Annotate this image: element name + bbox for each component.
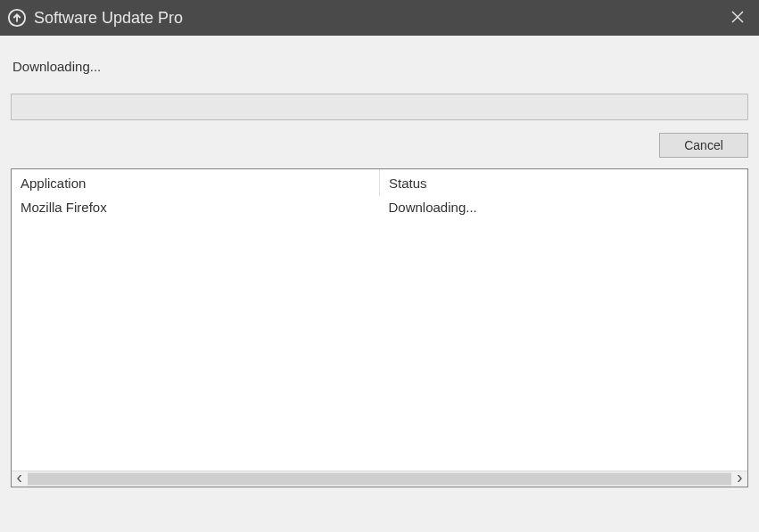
- app-update-icon: [7, 8, 27, 28]
- status-heading: Downloading...: [12, 59, 748, 74]
- window-title: Software Update Pro: [34, 9, 716, 28]
- cell-status: Downloading...: [380, 196, 748, 219]
- scroll-left-button[interactable]: [12, 471, 28, 487]
- column-header-status[interactable]: Status: [380, 169, 748, 196]
- titlebar: Software Update Pro: [0, 0, 759, 36]
- chevron-left-icon: [16, 474, 23, 484]
- table-header-row: Application Status: [12, 169, 747, 196]
- button-row: Cancel: [11, 133, 748, 158]
- chevron-right-icon: [736, 474, 743, 484]
- scroll-thumb[interactable]: [28, 473, 731, 485]
- updates-table: Application Status Mozilla Firefox Downl…: [12, 169, 747, 219]
- progress-fill: [12, 94, 27, 119]
- cancel-button[interactable]: Cancel: [659, 133, 748, 158]
- scroll-right-button[interactable]: [731, 471, 747, 487]
- table-row[interactable]: Mozilla Firefox Downloading...: [12, 196, 747, 219]
- updates-list-pane: Application Status Mozilla Firefox Downl…: [11, 168, 748, 487]
- close-button[interactable]: [716, 0, 759, 36]
- close-icon: [731, 11, 744, 26]
- column-header-application[interactable]: Application: [12, 169, 380, 196]
- dialog-body: Downloading... Cancel Application Status: [0, 36, 759, 532]
- table-wrapper: Application Status Mozilla Firefox Downl…: [12, 169, 747, 471]
- horizontal-scrollbar[interactable]: [12, 471, 747, 487]
- cell-application: Mozilla Firefox: [12, 196, 380, 219]
- progress-bar: [11, 94, 748, 120]
- scroll-track[interactable]: [28, 471, 731, 487]
